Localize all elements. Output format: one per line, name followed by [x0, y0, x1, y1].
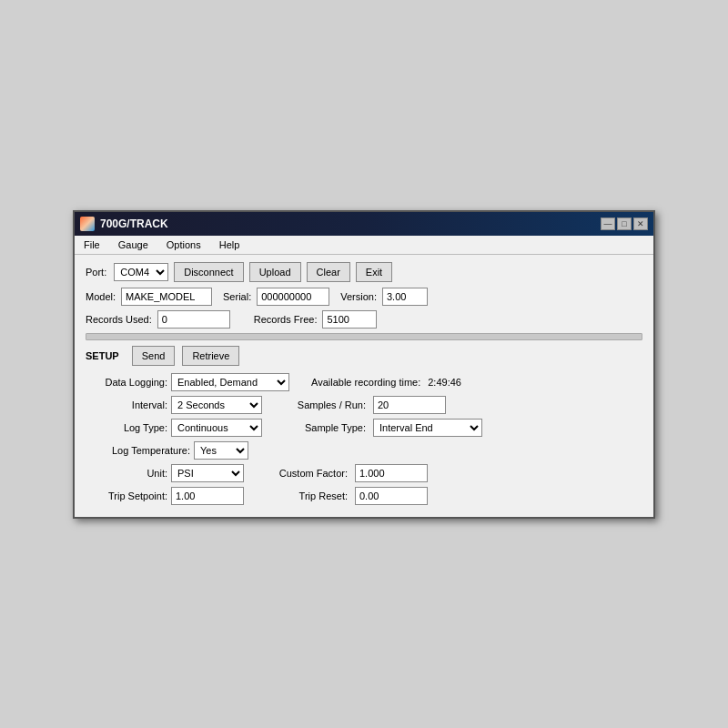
samples-run-input[interactable] — [373, 396, 446, 414]
available-time-label: Available recording time: — [311, 377, 420, 388]
data-logging-row: Data Logging: Enabled, Demand Enabled, C… — [86, 373, 642, 391]
trip-reset-input[interactable] — [355, 487, 428, 505]
interval-select[interactable]: 1 Second 2 Seconds 5 Seconds 10 Seconds … — [171, 396, 262, 414]
menu-bar: File Gauge Options Help — [75, 236, 653, 255]
records-free-label: Records Free: — [254, 314, 318, 325]
version-label: Version: — [340, 291, 377, 302]
title-bar-left: 700G/TRACK — [80, 217, 168, 231]
menu-help[interactable]: Help — [214, 238, 246, 252]
version-input[interactable] — [382, 288, 428, 306]
menu-options[interactable]: Options — [161, 238, 207, 252]
log-temp-row: Log Temperature: Yes No — [86, 441, 642, 460]
records-free-input[interactable] — [322, 310, 377, 329]
toolbar-row: Port: COM4 Disconnect Upload Clear Exit — [86, 262, 642, 282]
trip-setpoint-label: Trip Setpoint: — [86, 490, 167, 501]
records-used-label: Records Used: — [86, 314, 152, 325]
trip-setpoint-input[interactable] — [171, 487, 244, 505]
custom-factor-label: Custom Factor: — [266, 468, 348, 479]
app-icon — [80, 217, 95, 231]
model-input[interactable] — [121, 288, 212, 306]
unit-select[interactable]: PSI Bar kPa — [171, 464, 244, 482]
records-row: Records Used: Records Free: — [86, 310, 642, 329]
title-controls: — □ ✕ — [601, 217, 648, 230]
serial-input[interactable] — [257, 288, 329, 306]
log-type-row: Log Type: Continuous Single Sample Type:… — [86, 419, 642, 437]
disconnect-button[interactable]: Disconnect — [174, 262, 243, 282]
data-logging-select[interactable]: Enabled, Demand Enabled, Continuous Disa… — [171, 373, 289, 391]
exit-button[interactable]: Exit — [356, 262, 392, 282]
custom-factor-input[interactable] — [355, 464, 428, 482]
retrieve-button[interactable]: Retrieve — [182, 346, 239, 366]
setup-label: SETUP — [86, 350, 119, 361]
records-used-input[interactable] — [157, 310, 230, 329]
main-window: 700G/TRACK — □ ✕ File Gauge Options Help… — [73, 210, 655, 519]
window-title: 700G/TRACK — [100, 217, 168, 230]
device-info-row: Model: Serial: Version: — [86, 288, 642, 306]
model-label: Model: — [86, 291, 116, 302]
trip-reset-label: Trip Reset: — [266, 490, 348, 501]
unit-label: Unit: — [86, 468, 167, 479]
close-button[interactable]: ✕ — [633, 217, 648, 230]
minimize-button[interactable]: — — [601, 217, 615, 230]
interval-row: Interval: 1 Second 2 Seconds 5 Seconds 1… — [86, 396, 642, 414]
sample-type-label: Sample Type: — [284, 422, 366, 433]
unit-row: Unit: PSI Bar kPa Custom Factor: — [86, 464, 642, 482]
interval-label: Interval: — [86, 399, 167, 410]
log-temp-label: Log Temperature: — [86, 445, 190, 456]
serial-label: Serial: — [223, 291, 251, 302]
send-button[interactable]: Send — [132, 346, 176, 366]
content-area: Port: COM4 Disconnect Upload Clear Exit … — [75, 255, 653, 517]
upload-button[interactable]: Upload — [249, 262, 301, 282]
log-temp-select[interactable]: Yes No — [194, 441, 248, 460]
maximize-button[interactable]: □ — [617, 217, 632, 230]
port-label: Port: — [86, 267, 106, 278]
setup-form: Data Logging: Enabled, Demand Enabled, C… — [86, 373, 642, 505]
setup-header-row: SETUP Send Retrieve — [86, 346, 642, 366]
port-select[interactable]: COM4 — [114, 263, 168, 281]
log-type-label: Log Type: — [86, 422, 167, 433]
available-time-value: 2:49:46 — [428, 377, 461, 388]
sample-type-select[interactable]: Interval End Interval Start Average — [373, 419, 482, 437]
log-type-select[interactable]: Continuous Single — [171, 419, 262, 437]
menu-file[interactable]: File — [78, 238, 106, 252]
menu-gauge[interactable]: Gauge — [113, 238, 154, 252]
progress-bar — [86, 333, 642, 340]
clear-button[interactable]: Clear — [307, 262, 350, 282]
samples-run-label: Samples / Run: — [284, 399, 366, 410]
data-logging-label: Data Logging: — [86, 377, 167, 388]
title-bar: 700G/TRACK — □ ✕ — [75, 212, 653, 236]
trip-setpoint-row: Trip Setpoint: Trip Reset: — [86, 487, 642, 505]
